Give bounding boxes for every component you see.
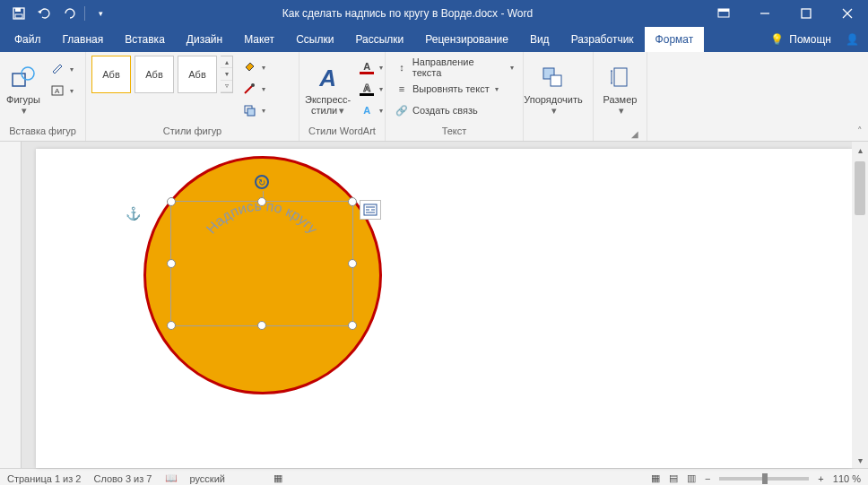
effects-icon [242, 103, 256, 117]
shape-style-thumb-1[interactable]: Абв [91, 56, 131, 93]
ribbon: Фигуры ▾ ▾ A▾ Вставка фигур Абв Абв Абв … [0, 52, 868, 142]
rotate-handle[interactable]: ↻ [255, 175, 269, 189]
resize-handle-mr[interactable] [348, 259, 357, 268]
group-wordart-styles: A Экспресс- стили▾ A▾ A▾ A▾ Стили WordAr… [299, 52, 386, 141]
svg-rect-2 [15, 14, 22, 18]
tell-me-icon: 💡 [770, 33, 784, 46]
resize-handle-ml[interactable] [167, 259, 176, 268]
group-label-wordart: Стили WordArt [305, 125, 379, 139]
fill-icon [242, 60, 256, 74]
align-text-button[interactable]: ≡Выровнять текст▾ [391, 79, 517, 99]
tab-review[interactable]: Рецензирование [414, 27, 519, 52]
close-button[interactable] [827, 0, 868, 27]
macro-icon[interactable]: ▦ [273, 472, 282, 484]
shape-style-thumb-2[interactable]: Абв [135, 56, 174, 93]
arrange-button[interactable]: Упорядочить▾ [529, 56, 577, 124]
align-text-icon: ≡ [395, 82, 409, 96]
minimize-button[interactable] [744, 0, 786, 27]
tab-design[interactable]: Дизайн [176, 27, 233, 52]
resize-handle-tm[interactable] [257, 197, 266, 206]
vertical-scrollbar[interactable]: ▴ ▾ [852, 142, 868, 468]
undo-icon [37, 7, 51, 20]
group-label-insert-shapes: Вставка фигур [5, 125, 80, 139]
svg-rect-6 [802, 9, 811, 18]
page-status[interactable]: Страница 1 из 2 [7, 473, 81, 484]
workspace: ⚓ Надпись по кругу ↻ ▴ ▾ [0, 142, 868, 468]
outline-icon [242, 82, 256, 96]
edit-shape-button[interactable]: ▾ [47, 59, 77, 79]
layout-options-button[interactable] [360, 200, 381, 220]
tab-mailings[interactable]: Рассылки [344, 27, 414, 52]
text-fill-button[interactable]: A▾ [356, 57, 386, 77]
resize-handle-bl[interactable] [167, 321, 176, 330]
resize-handle-tl[interactable] [167, 197, 176, 206]
read-mode-button[interactable]: ▦ [651, 472, 660, 484]
group-insert-shapes: Фигуры ▾ ▾ A▾ Вставка фигур [0, 52, 86, 141]
zoom-level[interactable]: 110 % [833, 473, 861, 484]
resize-handle-bm[interactable] [257, 321, 266, 330]
language-status[interactable]: русский [190, 473, 225, 484]
text-box-shape[interactable]: Надпись по кругу ↻ [170, 201, 353, 326]
tab-developer[interactable]: Разработчик [560, 27, 645, 52]
tab-layout[interactable]: Макет [233, 27, 285, 52]
text-effects-button[interactable]: A▾ [356, 100, 386, 120]
minimize-icon [760, 8, 770, 19]
spell-check-icon[interactable]: 📖 [165, 472, 178, 484]
print-layout-button[interactable]: ▤ [669, 472, 678, 484]
text-direction-button[interactable]: ↕Направление текста▾ [391, 57, 517, 77]
arc-text: Надпись по кругу [204, 202, 321, 237]
shape-fill-button[interactable]: ▾ [239, 57, 269, 77]
resize-handle-tr[interactable] [348, 197, 357, 206]
window-title: Как сделать надпись по кругу в Ворде.doc… [112, 7, 703, 20]
tab-format[interactable]: Формат [645, 27, 705, 52]
scroll-down-button[interactable]: ▾ [852, 452, 868, 468]
text-outline-button[interactable]: A▾ [356, 79, 386, 99]
zoom-out-button[interactable]: − [705, 473, 710, 484]
svg-rect-17 [551, 75, 561, 86]
ribbon-options-button[interactable] [703, 0, 744, 27]
qat-customize[interactable]: ▾ [89, 3, 112, 24]
zoom-slider[interactable] [719, 477, 809, 481]
maximize-button[interactable] [786, 0, 827, 27]
wordart-icon: A [314, 64, 343, 92]
svg-text:A: A [55, 87, 60, 95]
resize-handle-br[interactable] [348, 321, 357, 330]
zoom-in-button[interactable]: + [818, 473, 823, 484]
share-icon[interactable]: 👤 [846, 33, 859, 46]
create-link-button[interactable]: 🔗Создать связь [391, 100, 517, 120]
link-icon: 🔗 [395, 103, 409, 117]
tab-view[interactable]: Вид [519, 27, 560, 52]
size-button[interactable]: Размер▾ [599, 56, 641, 124]
word-count[interactable]: Слово 3 из 7 [93, 473, 152, 484]
tab-insert[interactable]: Вставка [114, 27, 176, 52]
dialog-launcher-size[interactable]: ◢ [630, 128, 639, 137]
tell-me-label[interactable]: Помощн [789, 33, 831, 46]
group-size: Размер▾ ◢ [594, 52, 647, 141]
collapse-ribbon-button[interactable]: ˄ [857, 126, 863, 137]
group-label-size: ◢ [599, 125, 641, 139]
save-button[interactable] [7, 3, 30, 24]
redo-button[interactable] [57, 3, 81, 24]
text-box-icon: A [50, 83, 65, 98]
title-bar: ▾ Как сделать надпись по кругу в Ворде.d… [0, 0, 868, 27]
shape-effects-button[interactable]: ▾ [239, 100, 269, 120]
scroll-thumb[interactable] [855, 161, 865, 215]
text-box-button[interactable]: A▾ [47, 81, 77, 100]
arc-text-svg: Надпись по кругу [171, 202, 352, 326]
document-page[interactable]: ⚓ Надпись по кругу ↻ [36, 149, 852, 468]
svg-point-13 [251, 83, 255, 87]
tab-file[interactable]: Файл [4, 27, 52, 52]
undo-button[interactable] [32, 3, 56, 24]
shape-style-thumb-3[interactable]: Абв [178, 56, 217, 93]
shape-style-gallery[interactable]: Абв Абв Абв ▴▾▿ [91, 56, 233, 93]
scroll-up-button[interactable]: ▴ [852, 142, 868, 158]
shapes-button[interactable]: Фигуры ▾ [5, 56, 41, 124]
tab-home[interactable]: Главная [52, 27, 115, 52]
gallery-expand[interactable]: ▴▾▿ [221, 56, 233, 93]
shape-outline-button[interactable]: ▾ [239, 79, 269, 99]
arrange-icon [539, 64, 568, 92]
quick-styles-button[interactable]: A Экспресс- стили▾ [305, 56, 351, 124]
web-layout-button[interactable]: ▥ [687, 472, 696, 484]
tab-references[interactable]: Ссылки [285, 27, 344, 52]
text-outline-icon: A [360, 82, 374, 96]
